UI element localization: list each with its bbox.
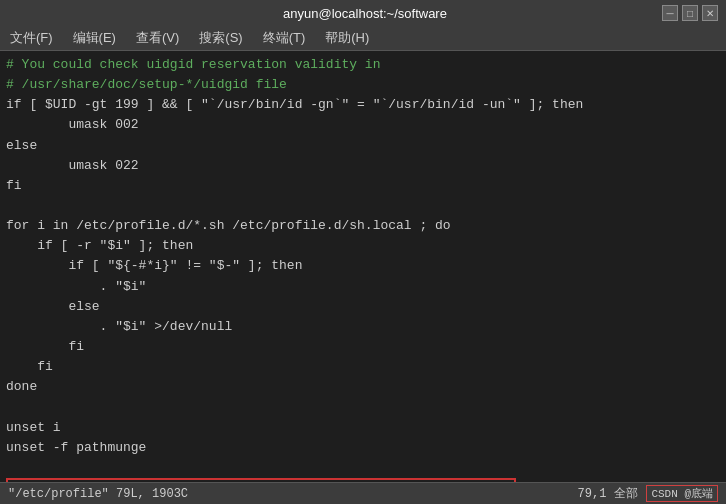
code-line-8 (6, 196, 720, 216)
code-line-6: umask 022 (6, 156, 720, 176)
minimize-button[interactable]: ─ (662, 5, 678, 21)
code-line-20: unset -f pathmunge (6, 438, 720, 458)
menu-file[interactable]: 文件(F) (0, 26, 63, 50)
title-bar: anyun@localhost:~/software ─ □ ✕ (0, 0, 726, 26)
status-position: 79,1 (578, 487, 607, 501)
editor-area[interactable]: # You could check uidgid reservation val… (0, 51, 726, 482)
window-controls: ─ □ ✕ (662, 5, 718, 21)
code-line-9: for i in /etc/profile.d/*.sh /etc/profil… (6, 216, 720, 236)
code-line-15: fi (6, 337, 720, 357)
code-line-10: if [ -r "$i" ]; then (6, 236, 720, 256)
close-button[interactable]: ✕ (702, 5, 718, 21)
code-line-16: fi (6, 357, 720, 377)
code-line-2: # /usr/share/doc/setup-*/uidgid file (6, 75, 720, 95)
code-line-1: # You could check uidgid reservation val… (6, 55, 720, 75)
menu-help[interactable]: 帮助(H) (315, 26, 379, 50)
menu-bar: 文件(F) 编辑(E) 查看(V) 搜索(S) 终端(T) 帮助(H) (0, 26, 726, 51)
code-line-4: umask 002 (6, 115, 720, 135)
code-line-5: else (6, 136, 720, 156)
menu-search[interactable]: 搜索(S) (189, 26, 252, 50)
terminal-window: anyun@localhost:~/software ─ □ ✕ 文件(F) 编… (0, 0, 726, 504)
export-highlight-block: export JAVA_HOME=/home/anyun/software/jd… (6, 478, 720, 482)
code-line-11: if [ "${-#*i}" != "$-" ]; then (6, 256, 720, 276)
code-line-22: export JAVA_HOME=/home/anyun/software/jd… (10, 481, 512, 482)
code-line-7: fi (6, 176, 720, 196)
menu-terminal[interactable]: 终端(T) (253, 26, 316, 50)
code-line-21 (6, 458, 720, 478)
status-file-info: "/etc/profile" 79L, 1903C (8, 487, 188, 501)
window-title: anyun@localhost:~/software (68, 6, 662, 21)
menu-edit[interactable]: 编辑(E) (63, 26, 126, 50)
code-line-12: . "$i" (6, 277, 720, 297)
code-line-18 (6, 397, 720, 417)
menu-view[interactable]: 查看(V) (126, 26, 189, 50)
code-line-19: unset i (6, 418, 720, 438)
status-all-label: 全部 (614, 485, 638, 502)
export-highlight-box: export JAVA_HOME=/home/anyun/software/jd… (6, 478, 516, 482)
code-line-14: . "$i" >/dev/null (6, 317, 720, 337)
code-line-17: done (6, 377, 720, 397)
code-line-3: if [ $UID -gt 199 ] && [ "`/usr/bin/id -… (6, 95, 720, 115)
code-line-13: else (6, 297, 720, 317)
status-bar: "/etc/profile" 79L, 1903C 79,1 全部 CSDN @… (0, 482, 726, 504)
status-right: 79,1 全部 CSDN @底端 (578, 485, 718, 502)
csdn-badge: CSDN @底端 (646, 485, 718, 502)
maximize-button[interactable]: □ (682, 5, 698, 21)
